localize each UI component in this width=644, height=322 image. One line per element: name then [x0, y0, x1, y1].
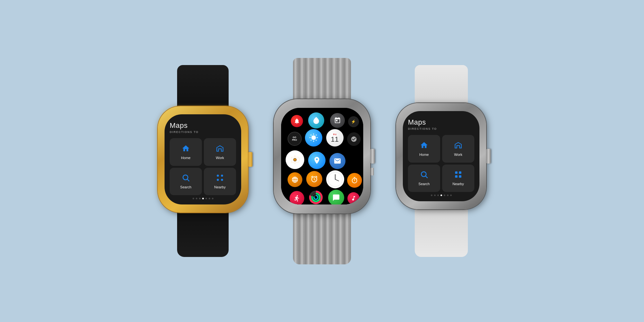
map-cell-label-search-white: Search: [419, 182, 430, 186]
svg-point-4: [217, 179, 219, 181]
maps-title-white: Maps: [408, 118, 474, 127]
map-cell-nearby-gold[interactable]: Nearby: [204, 168, 236, 195]
watch-steel: ⚡ GOPRO Fri 11: [274, 58, 370, 264]
watch-case-steel: ⚡ GOPRO Fri 11: [274, 99, 370, 213]
map-cell-nearby-white[interactable]: Nearby: [442, 165, 474, 192]
map-cell-label-nearby-gold: Nearby: [214, 185, 225, 189]
dot-5-gold: [205, 198, 207, 199]
app-icon-activity-run[interactable]: [289, 191, 304, 204]
app-icon-date[interactable]: Fri 11: [326, 129, 344, 147]
map-cell-work-gold[interactable]: Work: [204, 138, 236, 166]
app-icon-weather[interactable]: [305, 129, 322, 147]
svg-rect-20: [459, 172, 461, 174]
side-button-steel[interactable]: [371, 168, 374, 175]
map-cell-label-home-white: Home: [419, 153, 429, 156]
screen-white: Maps DIRECTIONS TO Home: [403, 111, 479, 201]
dot-3-gold: [199, 198, 201, 199]
map-cell-work-white[interactable]: Work: [442, 135, 474, 163]
app-icon-notification[interactable]: [291, 115, 303, 127]
dot-6-white: [447, 194, 449, 196]
app-icon-messages[interactable]: [328, 190, 344, 204]
app-icon-alarm[interactable]: [306, 171, 322, 187]
band-top-steel: [293, 58, 351, 100]
svg-point-5: [221, 179, 223, 181]
dot-7-gold: [212, 198, 213, 199]
svg-rect-21: [455, 175, 458, 178]
watch-gold: Maps DIRECTIONS TO Home: [158, 65, 248, 257]
map-cell-label-work-gold: Work: [216, 156, 224, 160]
app-icon-battery[interactable]: ⚡: [348, 116, 359, 127]
band-top-gold: [177, 65, 229, 107]
map-cell-search-white[interactable]: Search: [408, 165, 440, 192]
maps-subtitle-white: DIRECTIONS TO: [408, 127, 474, 130]
app-icon-mail[interactable]: [329, 153, 346, 169]
home-icon-gold: [182, 144, 190, 155]
watch-case-gold: Maps DIRECTIONS TO Home: [158, 106, 248, 213]
map-cell-home-white[interactable]: Home: [408, 135, 440, 163]
svg-line-1: [187, 179, 189, 181]
maps-app-white: Maps DIRECTIONS TO Home: [403, 111, 479, 201]
map-cell-home-gold[interactable]: Home: [170, 138, 202, 166]
crown-gold[interactable]: [248, 152, 252, 167]
maps-title-gold: Maps: [170, 121, 236, 130]
watch-white: Maps DIRECTIONS TO Home: [396, 65, 486, 257]
app-icon-gopro[interactable]: GOPRO: [288, 132, 302, 146]
page-dots-gold: [170, 198, 236, 199]
map-cell-label-nearby-white: Nearby: [452, 182, 464, 186]
watch-case-white: Maps DIRECTIONS TO Home: [396, 103, 486, 209]
band-bottom-gold: [177, 212, 229, 257]
map-cell-label-work-white: Work: [454, 153, 462, 156]
maps-grid-white: Home Work: [408, 135, 474, 192]
dot-1-gold: [193, 198, 194, 199]
app-icon-clock[interactable]: [326, 170, 344, 188]
dot-4-white: [440, 194, 442, 196]
screen-steel: ⚡ GOPRO Fri 11: [281, 108, 363, 204]
map-cell-search-gold[interactable]: Search: [170, 168, 202, 195]
appgrid-screen: ⚡ GOPRO Fri 11: [281, 108, 363, 204]
dot-3-white: [437, 194, 439, 196]
crown-white[interactable]: [486, 149, 491, 164]
screen-gold: Maps DIRECTIONS TO Home: [165, 114, 241, 204]
svg-point-0: [183, 175, 188, 180]
svg-point-17: [421, 172, 426, 177]
app-icon-timer[interactable]: [347, 173, 362, 188]
dot-7-white: [450, 194, 452, 196]
dot-2-gold: [196, 198, 197, 199]
nearby-icon-white: [454, 170, 462, 181]
search-icon-white: [420, 170, 428, 181]
page-dots-white: [408, 194, 474, 196]
svg-point-2: [217, 175, 219, 177]
map-cell-label-search-gold: Search: [180, 185, 192, 189]
app-icon-water[interactable]: [308, 112, 324, 128]
home-icon-white: [420, 141, 428, 151]
svg-rect-19: [455, 172, 458, 174]
work-icon-white: [454, 141, 462, 151]
search-icon-gold: [182, 174, 190, 184]
app-icon-music[interactable]: [347, 192, 360, 204]
maps-subtitle-gold: DIRECTIONS TO: [170, 130, 236, 134]
band-top-white: [415, 65, 468, 104]
app-icon-photos[interactable]: [286, 150, 304, 169]
map-cell-label-home-gold: Home: [181, 156, 190, 160]
app-icon-calendar[interactable]: [330, 113, 345, 128]
dot-6-gold: [209, 198, 210, 199]
app-grid: ⚡ GOPRO Fri 11: [281, 108, 363, 204]
band-bottom-white: [415, 209, 468, 257]
crown-steel[interactable]: [370, 149, 375, 164]
nearby-icon-gold: [216, 174, 224, 184]
dot-4-gold: [202, 198, 204, 199]
maps-grid-gold: Home Work: [170, 138, 236, 195]
app-icon-fitness-ring[interactable]: [308, 189, 324, 204]
dot-2-white: [434, 194, 436, 196]
work-icon-gold: [216, 144, 224, 155]
app-icon-globe[interactable]: [288, 172, 302, 187]
svg-line-18: [426, 176, 428, 178]
maps-app-gold: Maps DIRECTIONS TO Home: [165, 114, 241, 204]
svg-rect-22: [459, 175, 461, 178]
svg-point-3: [221, 175, 223, 177]
app-icon-dark1[interactable]: [347, 132, 361, 146]
dot-5-white: [444, 194, 445, 196]
app-icon-maps[interactable]: [308, 152, 326, 169]
band-bottom-steel: [293, 213, 351, 264]
dot-1-white: [431, 194, 432, 196]
